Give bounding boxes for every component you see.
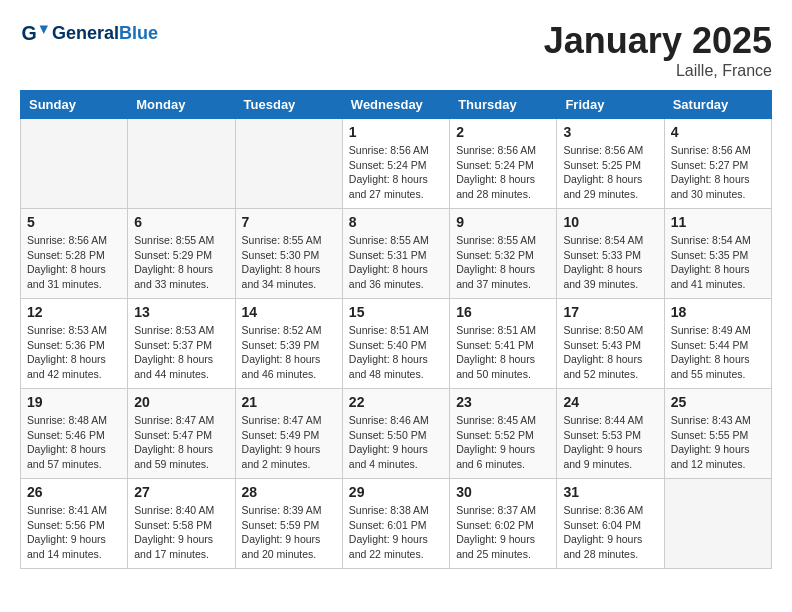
calendar-cell: 11Sunrise: 8:54 AM Sunset: 5:35 PM Dayli…: [664, 209, 771, 299]
calendar-cell: 5Sunrise: 8:56 AM Sunset: 5:28 PM Daylig…: [21, 209, 128, 299]
logo-icon: G: [20, 20, 48, 48]
calendar-cell: 8Sunrise: 8:55 AM Sunset: 5:31 PM Daylig…: [342, 209, 449, 299]
day-info: Sunrise: 8:52 AM Sunset: 5:39 PM Dayligh…: [242, 323, 336, 382]
day-number: 24: [563, 394, 657, 410]
day-number: 11: [671, 214, 765, 230]
calendar-cell: 17Sunrise: 8:50 AM Sunset: 5:43 PM Dayli…: [557, 299, 664, 389]
calendar-cell: 18Sunrise: 8:49 AM Sunset: 5:44 PM Dayli…: [664, 299, 771, 389]
calendar-cell: [21, 119, 128, 209]
day-info: Sunrise: 8:49 AM Sunset: 5:44 PM Dayligh…: [671, 323, 765, 382]
calendar-cell: 24Sunrise: 8:44 AM Sunset: 5:53 PM Dayli…: [557, 389, 664, 479]
calendar-cell: [128, 119, 235, 209]
day-info: Sunrise: 8:56 AM Sunset: 5:24 PM Dayligh…: [349, 143, 443, 202]
weekday-header-wednesday: Wednesday: [342, 91, 449, 119]
calendar-cell: 4Sunrise: 8:56 AM Sunset: 5:27 PM Daylig…: [664, 119, 771, 209]
calendar-cell: 22Sunrise: 8:46 AM Sunset: 5:50 PM Dayli…: [342, 389, 449, 479]
svg-marker-1: [40, 26, 48, 34]
weekday-header-thursday: Thursday: [450, 91, 557, 119]
calendar-cell: [235, 119, 342, 209]
page-header: G GeneralBlue January 2025 Laille, Franc…: [20, 20, 772, 80]
day-info: Sunrise: 8:44 AM Sunset: 5:53 PM Dayligh…: [563, 413, 657, 472]
weekday-header-saturday: Saturday: [664, 91, 771, 119]
day-info: Sunrise: 8:56 AM Sunset: 5:24 PM Dayligh…: [456, 143, 550, 202]
day-info: Sunrise: 8:53 AM Sunset: 5:36 PM Dayligh…: [27, 323, 121, 382]
day-number: 17: [563, 304, 657, 320]
day-info: Sunrise: 8:54 AM Sunset: 5:35 PM Dayligh…: [671, 233, 765, 292]
day-number: 27: [134, 484, 228, 500]
calendar-cell: 23Sunrise: 8:45 AM Sunset: 5:52 PM Dayli…: [450, 389, 557, 479]
calendar-week-5: 26Sunrise: 8:41 AM Sunset: 5:56 PM Dayli…: [21, 479, 772, 569]
day-number: 19: [27, 394, 121, 410]
day-info: Sunrise: 8:40 AM Sunset: 5:58 PM Dayligh…: [134, 503, 228, 562]
day-number: 28: [242, 484, 336, 500]
day-number: 2: [456, 124, 550, 140]
day-info: Sunrise: 8:56 AM Sunset: 5:27 PM Dayligh…: [671, 143, 765, 202]
location-title: Laille, France: [544, 62, 772, 80]
calendar-cell: 10Sunrise: 8:54 AM Sunset: 5:33 PM Dayli…: [557, 209, 664, 299]
day-info: Sunrise: 8:48 AM Sunset: 5:46 PM Dayligh…: [27, 413, 121, 472]
day-number: 14: [242, 304, 336, 320]
logo-general: General: [52, 23, 119, 43]
day-number: 15: [349, 304, 443, 320]
day-info: Sunrise: 8:53 AM Sunset: 5:37 PM Dayligh…: [134, 323, 228, 382]
day-info: Sunrise: 8:47 AM Sunset: 5:47 PM Dayligh…: [134, 413, 228, 472]
day-info: Sunrise: 8:41 AM Sunset: 5:56 PM Dayligh…: [27, 503, 121, 562]
day-number: 9: [456, 214, 550, 230]
calendar-cell: 9Sunrise: 8:55 AM Sunset: 5:32 PM Daylig…: [450, 209, 557, 299]
day-number: 7: [242, 214, 336, 230]
day-number: 23: [456, 394, 550, 410]
day-number: 31: [563, 484, 657, 500]
weekday-header-monday: Monday: [128, 91, 235, 119]
day-info: Sunrise: 8:51 AM Sunset: 5:41 PM Dayligh…: [456, 323, 550, 382]
day-number: 1: [349, 124, 443, 140]
weekday-header-row: SundayMondayTuesdayWednesdayThursdayFrid…: [21, 91, 772, 119]
logo: G GeneralBlue: [20, 20, 158, 48]
day-number: 20: [134, 394, 228, 410]
day-info: Sunrise: 8:45 AM Sunset: 5:52 PM Dayligh…: [456, 413, 550, 472]
day-info: Sunrise: 8:56 AM Sunset: 5:25 PM Dayligh…: [563, 143, 657, 202]
calendar-week-3: 12Sunrise: 8:53 AM Sunset: 5:36 PM Dayli…: [21, 299, 772, 389]
day-info: Sunrise: 8:43 AM Sunset: 5:55 PM Dayligh…: [671, 413, 765, 472]
calendar-cell: 3Sunrise: 8:56 AM Sunset: 5:25 PM Daylig…: [557, 119, 664, 209]
weekday-header-tuesday: Tuesday: [235, 91, 342, 119]
day-info: Sunrise: 8:36 AM Sunset: 6:04 PM Dayligh…: [563, 503, 657, 562]
calendar-cell: 19Sunrise: 8:48 AM Sunset: 5:46 PM Dayli…: [21, 389, 128, 479]
day-info: Sunrise: 8:55 AM Sunset: 5:29 PM Dayligh…: [134, 233, 228, 292]
day-number: 3: [563, 124, 657, 140]
calendar-week-2: 5Sunrise: 8:56 AM Sunset: 5:28 PM Daylig…: [21, 209, 772, 299]
day-info: Sunrise: 8:55 AM Sunset: 5:32 PM Dayligh…: [456, 233, 550, 292]
day-number: 13: [134, 304, 228, 320]
day-info: Sunrise: 8:50 AM Sunset: 5:43 PM Dayligh…: [563, 323, 657, 382]
day-number: 12: [27, 304, 121, 320]
day-number: 26: [27, 484, 121, 500]
calendar-cell: 12Sunrise: 8:53 AM Sunset: 5:36 PM Dayli…: [21, 299, 128, 389]
calendar-cell: 14Sunrise: 8:52 AM Sunset: 5:39 PM Dayli…: [235, 299, 342, 389]
day-info: Sunrise: 8:46 AM Sunset: 5:50 PM Dayligh…: [349, 413, 443, 472]
day-info: Sunrise: 8:37 AM Sunset: 6:02 PM Dayligh…: [456, 503, 550, 562]
calendar-cell: 7Sunrise: 8:55 AM Sunset: 5:30 PM Daylig…: [235, 209, 342, 299]
day-info: Sunrise: 8:38 AM Sunset: 6:01 PM Dayligh…: [349, 503, 443, 562]
calendar-cell: 30Sunrise: 8:37 AM Sunset: 6:02 PM Dayli…: [450, 479, 557, 569]
day-info: Sunrise: 8:55 AM Sunset: 5:30 PM Dayligh…: [242, 233, 336, 292]
calendar-cell: 6Sunrise: 8:55 AM Sunset: 5:29 PM Daylig…: [128, 209, 235, 299]
calendar-cell: 1Sunrise: 8:56 AM Sunset: 5:24 PM Daylig…: [342, 119, 449, 209]
day-info: Sunrise: 8:55 AM Sunset: 5:31 PM Dayligh…: [349, 233, 443, 292]
weekday-header-sunday: Sunday: [21, 91, 128, 119]
calendar-week-1: 1Sunrise: 8:56 AM Sunset: 5:24 PM Daylig…: [21, 119, 772, 209]
calendar-cell: 21Sunrise: 8:47 AM Sunset: 5:49 PM Dayli…: [235, 389, 342, 479]
day-number: 18: [671, 304, 765, 320]
day-number: 6: [134, 214, 228, 230]
calendar-cell: 15Sunrise: 8:51 AM Sunset: 5:40 PM Dayli…: [342, 299, 449, 389]
calendar-week-4: 19Sunrise: 8:48 AM Sunset: 5:46 PM Dayli…: [21, 389, 772, 479]
day-number: 21: [242, 394, 336, 410]
day-info: Sunrise: 8:56 AM Sunset: 5:28 PM Dayligh…: [27, 233, 121, 292]
day-number: 5: [27, 214, 121, 230]
title-area: January 2025 Laille, France: [544, 20, 772, 80]
weekday-header-friday: Friday: [557, 91, 664, 119]
calendar-cell: 28Sunrise: 8:39 AM Sunset: 5:59 PM Dayli…: [235, 479, 342, 569]
calendar-cell: [664, 479, 771, 569]
svg-text:G: G: [21, 22, 36, 44]
calendar-cell: 31Sunrise: 8:36 AM Sunset: 6:04 PM Dayli…: [557, 479, 664, 569]
calendar-cell: 13Sunrise: 8:53 AM Sunset: 5:37 PM Dayli…: [128, 299, 235, 389]
calendar-cell: 29Sunrise: 8:38 AM Sunset: 6:01 PM Dayli…: [342, 479, 449, 569]
